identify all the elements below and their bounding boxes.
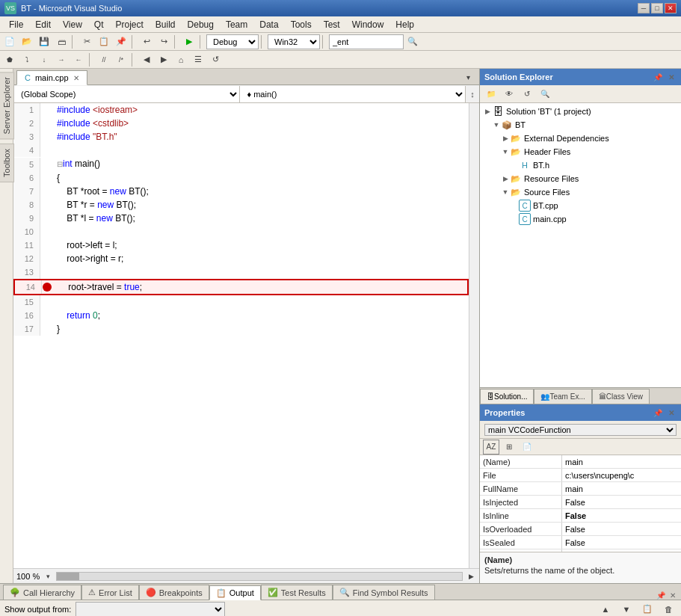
tab-find-symbol[interactable]: 🔍 Find Symbol Results [333,585,435,600]
project-expander[interactable]: ▼ [492,120,501,129]
indent-button[interactable]: → [53,52,70,67]
minimize-button[interactable]: ─ [638,3,650,13]
tree-solution[interactable]: ▶ 🗄 Solution 'BT' (1 project) [480,105,681,118]
new-project-button[interactable]: 📄 [1,34,18,49]
se-tab-solution[interactable]: 🗄 Solution... [480,389,534,404]
menu-help[interactable]: Help [389,18,420,31]
resource-files-expander[interactable]: ▶ [501,174,510,183]
start-debug-button[interactable]: ▶ [181,34,197,49]
outdent-button[interactable]: ← [70,52,87,67]
bottom-panel-close[interactable]: ✕ [668,591,678,600]
redo-button[interactable]: ↪ [155,34,172,49]
undo-button[interactable]: ↩ [138,34,155,49]
nav-back-button[interactable]: ◀ [138,52,155,67]
prop-pages-button[interactable]: 📄 [519,440,535,455]
ext-deps-expander[interactable]: ▶ [501,134,510,143]
collapse-panel-button[interactable]: ▾ [460,70,476,84]
prop-row-isinline[interactable]: IsInline False [480,509,681,523]
prop-row-file[interactable]: File c:\users\ncupeng\c [480,469,681,482]
sync-button[interactable]: ↕ [466,87,479,102]
menu-build[interactable]: Build [150,18,182,31]
output-source-dropdown[interactable] [76,602,225,617]
prop-row-isinjected[interactable]: IsInjected False [480,496,681,509]
bottom-panel-pin[interactable]: 📌 [654,591,668,600]
se-search-button[interactable]: 🔍 [537,87,553,102]
code-editor[interactable]: 1 #include <iostream> 2 #include <cstdli… [13,103,479,568]
scroll-right-button[interactable]: ▶ [466,569,476,584]
menu-debug[interactable]: Debug [182,18,220,31]
se-show-all-button[interactable]: 👁 [501,87,517,102]
tab-breakpoints[interactable]: 🔴 Breakpoints [139,585,209,600]
prop-row-fullname[interactable]: FullName main [480,482,681,496]
open-file-button[interactable]: 📂 [19,34,35,49]
tree-source-files[interactable]: ▼ 📂 Source Files [480,185,681,199]
prop-pin-button[interactable]: 📌 [651,409,665,417]
prop-subject-dropdown[interactable]: main VCCodeFunction [484,424,677,436]
breakpoint-14[interactable] [42,283,52,292]
menu-test[interactable]: Test [318,18,346,31]
menu-qt[interactable]: Qt [88,18,110,31]
tree-external-deps[interactable]: ▶ 📂 External Dependencies [480,132,681,145]
menu-file[interactable]: File [3,18,29,31]
header-files-expander[interactable]: ▼ [501,147,510,156]
breakpoint-button[interactable]: ⬟ [1,52,18,67]
menu-window[interactable]: Window [346,18,390,31]
solution-expander[interactable]: ▶ [483,107,492,116]
se-pin-button[interactable]: 📌 [651,73,665,81]
prop-row-issealed[interactable]: IsSealed False [480,536,681,549]
nav-fwd-button[interactable]: ▶ [155,52,172,67]
menu-view[interactable]: View [57,18,88,31]
nav-home-button[interactable]: ⌂ [173,52,189,67]
output-clear-button[interactable]: 🗑 [660,602,677,617]
tab-error-list[interactable]: ⚠ Error List [81,585,139,600]
maximize-button[interactable]: □ [651,3,663,13]
scope-dropdown[interactable]: (Global Scope) [13,86,240,102]
menu-tools[interactable]: Tools [285,18,318,31]
toolbox-tab[interactable]: Toolbox [0,144,14,182]
se-close-button[interactable]: ✕ [666,73,677,81]
function-dropdown[interactable]: ♦ main() [240,86,466,102]
step-over-button[interactable]: ⤵ [19,52,35,67]
close-button[interactable]: ✕ [665,3,677,13]
output-copy-button[interactable]: 📋 [639,602,656,617]
se-refresh-button[interactable]: ↺ [519,87,535,102]
zoom-dropdown-button[interactable]: ▾ [43,571,53,582]
prop-close-button[interactable]: ✕ [666,409,677,417]
nav-reload-button[interactable]: ↺ [207,52,224,67]
search-button[interactable]: 🔍 [404,34,421,49]
tree-project-bt[interactable]: ▼ 📦 BT [480,118,681,132]
prop-row-name[interactable]: (Name) main [480,455,681,469]
comment-button[interactable]: // [96,52,112,67]
server-explorer-tab[interactable]: Server Explorer [0,72,14,139]
se-tab-classview[interactable]: 🏛 Class View [592,389,650,404]
platform-dropdown[interactable]: Win32 x64 [268,34,320,49]
tab-call-hierarchy[interactable]: 🌳 Call Hierarchy [3,585,81,600]
search-textbox[interactable] [329,34,404,49]
menu-edit[interactable]: Edit [29,18,57,31]
tab-test-results[interactable]: ✅ Test Results [261,585,333,600]
cut-button[interactable]: ✂ [78,34,95,49]
debug-mode-dropdown[interactable]: Debug Release [206,34,259,49]
tree-bt-cpp[interactable]: C BT.cpp [480,199,681,212]
code-vertical-scrollbar[interactable] [469,103,479,568]
tab-output[interactable]: 📋 Output [209,585,261,600]
tab-close-button[interactable]: ✕ [73,74,79,82]
horizontal-scrollbar[interactable] [56,572,463,581]
tree-bt-h[interactable]: H BT.h [480,158,681,172]
menu-team[interactable]: Team [220,18,253,31]
save-all-button[interactable]: 🗃 [53,34,70,49]
output-scroll-up-button[interactable]: ▲ [597,602,614,617]
nav-list-button[interactable]: ☰ [190,52,206,67]
uncomment-button[interactable]: /* [113,52,129,67]
output-scroll-down-button[interactable]: ▼ [618,602,635,617]
copy-button[interactable]: 📋 [96,34,112,49]
menu-project[interactable]: Project [110,18,150,31]
step-into-button[interactable]: ↓ [36,52,52,67]
menu-data[interactable]: Data [253,18,284,31]
se-new-folder-button[interactable]: 📁 [483,87,499,102]
prop-sort-cat-button[interactable]: ⊞ [501,440,517,455]
save-button[interactable]: 💾 [36,34,52,49]
tree-main-cpp[interactable]: C main.cpp [480,212,681,226]
se-tab-teamex[interactable]: 👥 Team Ex... [534,389,591,404]
prop-sort-alpha-button[interactable]: AZ [483,440,499,455]
